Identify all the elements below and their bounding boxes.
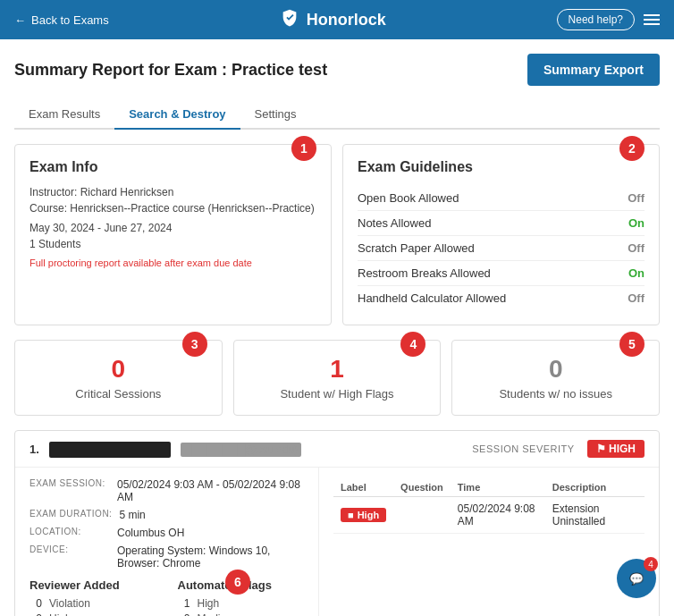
tab-exam-results[interactable]: Exam Results [14, 100, 114, 130]
location-value: Columbus OH [117, 527, 184, 539]
need-help-button[interactable]: Need help? [557, 9, 635, 30]
logo: Honorlock [280, 8, 386, 32]
logo-text: Honorlock [307, 11, 386, 30]
chat-button[interactable]: 💬 4 [617, 559, 656, 598]
menu-icon[interactable] [644, 14, 660, 25]
back-arrow-icon: ← [14, 13, 26, 27]
exam-duration-label: EXAM DURATION: [29, 509, 112, 521]
table-header-question: Question [393, 478, 451, 497]
flag-violation-label: Violation [49, 597, 90, 610]
detail-exam-session: EXAM SESSION: 05/02/2024 9:03 AM - 05/02… [29, 478, 304, 503]
detail-location: LOCATION: Columbus OH [29, 527, 304, 539]
back-label: Back to Exams [31, 13, 109, 27]
stat-badge-5: 5 [619, 332, 645, 357]
reviewer-flags-col: Reviewer Added 0 Violation 0 High 0 [29, 578, 156, 616]
stat-no-issues: 5 0 Students w/ no issues [451, 340, 660, 416]
flag-high-count: 0 [29, 612, 42, 616]
summary-export-button[interactable]: Summary Export [527, 54, 660, 86]
guideline-label: Scratch Paper Allowed [358, 241, 475, 255]
stat-label-critical: Critical Sessions [29, 387, 207, 401]
guideline-status: On [628, 266, 645, 280]
session-left: EXAM SESSION: 05/02/2024 9:03 AM - 05/02… [15, 468, 319, 616]
stat-value-high: 1 [249, 355, 426, 384]
table-header-label: Label [333, 478, 393, 497]
detail-device: DEVICE: Operating System: Windows 10, Br… [29, 544, 304, 570]
flag-violation-count: 0 [29, 597, 42, 610]
reviewer-added-title: Reviewer Added [29, 578, 156, 592]
chat-badge: 4 [644, 557, 658, 571]
location-label: LOCATION: [29, 527, 110, 539]
guideline-label: Restroom Breaks Allowed [358, 266, 491, 280]
guideline-label: Open Book Allowed [358, 191, 459, 205]
table-row: ■ High 05/02/2024 9:08 AM Extension Unin… [333, 497, 645, 534]
exam-note: Full proctoring report available after e… [29, 257, 316, 268]
exam-course: Course: Henricksen--Practice course (Hen… [29, 202, 316, 215]
exam-guidelines-card: 2 Exam Guidelines Open Book Allowed Off … [342, 144, 660, 325]
guideline-status: Off [628, 291, 645, 305]
tab-settings[interactable]: Settings [240, 100, 311, 130]
high-badge-icon: ■ [348, 510, 354, 520]
flag-high: 0 High [29, 612, 156, 616]
exam-info-title: Exam Info [29, 159, 316, 175]
flag-high-label: High [49, 612, 72, 616]
exam-guidelines-title: Exam Guidelines [358, 159, 645, 175]
flags-grid: Reviewer Added 0 Violation 0 High 0 [29, 578, 304, 616]
exam-duration-value: 5 min [119, 509, 145, 521]
tab-search-destroy[interactable]: Search & Destroy [114, 100, 240, 130]
guideline-row: Restroom Breaks Allowed On [358, 261, 645, 286]
page-title: Summary Report for Exam : Practice test [14, 61, 327, 80]
exam-dates: May 30, 2024 - June 27, 2024 [29, 222, 316, 234]
session-number: 1. [29, 443, 39, 456]
severity-label: SESSION SEVERITY [472, 443, 574, 454]
row-time: 05/02/2024 9:08 AM [451, 497, 545, 534]
row-question [393, 497, 451, 534]
guideline-row: Open Book Allowed Off [358, 186, 645, 211]
guidelines-list: Open Book Allowed Off Notes Allowed On S… [358, 186, 645, 310]
stats-row: 3 0 Critical Sessions 4 1 Student w/ Hig… [14, 340, 660, 416]
device-label: DEVICE: [29, 544, 110, 570]
exam-info-badge: 1 [291, 136, 316, 161]
guideline-status: Off [628, 191, 645, 205]
tabs: Exam Results Search & Destroy Settings [14, 100, 660, 130]
exam-guidelines-badge: 2 [619, 136, 645, 161]
stat-value-critical: 0 [29, 355, 207, 384]
chat-icon: 💬 [629, 572, 644, 586]
automated-flags-col: 6 Automated Flags 1 High 0 Medium [178, 578, 305, 616]
exam-students: 1 Students [29, 238, 316, 250]
table-header-description: Description [545, 478, 645, 497]
guideline-label: Notes Allowed [358, 216, 431, 230]
guideline-status: On [628, 216, 645, 230]
stat-label-high: Student w/ High Flags [249, 387, 426, 401]
stat-badge-4: 4 [400, 332, 425, 357]
stat-label-noissues: Students w/ no issues [467, 387, 645, 401]
guideline-row: Scratch Paper Allowed Off [358, 236, 645, 261]
flags-section: Reviewer Added 0 Violation 0 High 0 [29, 578, 304, 616]
stat-badge-3: 3 [182, 332, 207, 357]
back-to-exams[interactable]: ← Back to Exams [14, 13, 109, 27]
automated-flags-badge: 6 [225, 570, 250, 595]
guideline-row: Notes Allowed On [358, 211, 645, 236]
exam-session-value: 05/02/2024 9:03 AM - 05/02/2024 9:08 AM [117, 478, 304, 503]
student-email-redacted: ████████@osu.edu) [181, 443, 301, 456]
header-actions: Need help? [557, 9, 660, 30]
shield-icon [280, 8, 299, 32]
table-header-time: Time [451, 478, 545, 497]
auto-flag-medium-label: Medium [198, 612, 236, 616]
session-student-info: 1. ██████████████ ████████@osu.edu) [29, 443, 301, 456]
high-badge: ■ High [341, 508, 386, 522]
row-label: ■ High [333, 497, 393, 534]
auto-flag-medium: 0 Medium [178, 612, 305, 616]
exam-info-card: 1 Exam Info Instructor: Richard Henricks… [14, 144, 332, 325]
session-header: 1. ██████████████ ████████@osu.edu) SESS… [15, 431, 659, 468]
log-table: Label Question Time Description ■ High [333, 478, 645, 534]
severity-flag-icon: ⚑ [596, 443, 606, 455]
auto-flag-high-label: High [198, 597, 220, 610]
top-bar: Summary Report for Exam : Practice test … [14, 54, 660, 86]
row-description: Extension Uninstalled [545, 497, 645, 534]
guideline-row: Handheld Calculator Allowed Off [358, 286, 645, 310]
stat-critical-sessions: 3 0 Critical Sessions [14, 340, 223, 416]
info-grid: 1 Exam Info Instructor: Richard Henricks… [14, 144, 660, 325]
auto-flag-medium-count: 0 [178, 612, 190, 616]
header: ← Back to Exams Honorlock Need help? [0, 0, 674, 39]
session-body: EXAM SESSION: 05/02/2024 9:03 AM - 05/02… [15, 468, 659, 616]
